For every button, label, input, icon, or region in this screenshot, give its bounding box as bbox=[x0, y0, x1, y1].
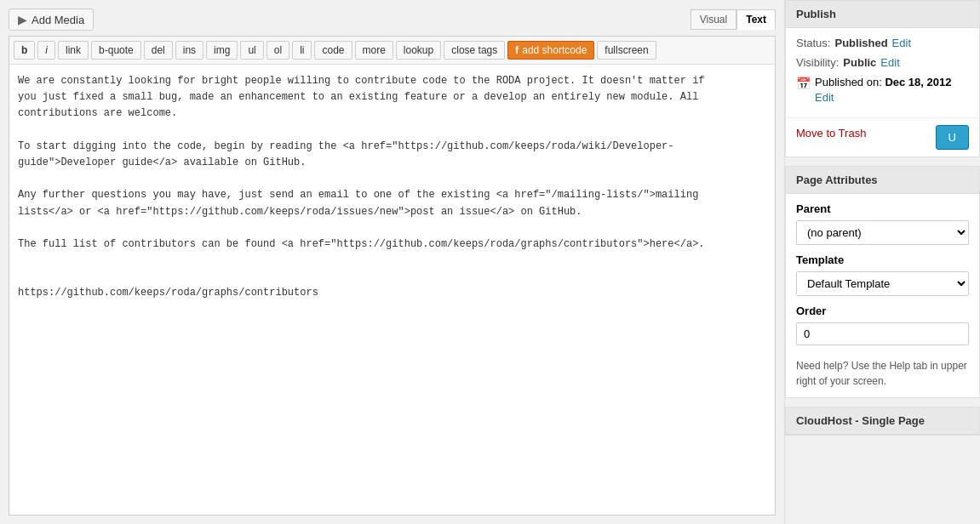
publish-header: Publish bbox=[786, 1, 979, 28]
parent-select[interactable]: (no parent) bbox=[796, 220, 969, 245]
status-label: Status: bbox=[796, 37, 830, 49]
toolbar-bold[interactable]: b bbox=[14, 41, 35, 60]
shortcode-icon: f bbox=[515, 44, 519, 56]
shortcode-label: add shortcode bbox=[522, 44, 587, 56]
page-attributes-header: Page Attributes bbox=[786, 167, 979, 194]
published-info: Published on: Dec 18, 2012 Edit bbox=[815, 76, 951, 104]
toolbar-link[interactable]: link bbox=[58, 41, 89, 60]
published-on-edit-link[interactable]: Edit bbox=[815, 91, 951, 104]
template-select[interactable]: Default Template bbox=[796, 271, 969, 296]
cloudhost-header: CloudHost - Single Page bbox=[786, 407, 979, 435]
sidebar: Publish Status: Published Edit Visibilit… bbox=[784, 0, 980, 524]
toolbar-fullscreen[interactable]: fullscreen bbox=[597, 41, 656, 60]
tab-visual[interactable]: Visual bbox=[691, 9, 736, 30]
cloudhost-section: CloudHost - Single Page bbox=[785, 407, 980, 436]
calendar-icon: 📅 bbox=[796, 77, 811, 90]
editor-toolbar: b i link b-quote del ins img ul ol li co… bbox=[9, 37, 775, 65]
editor-top-bar: ▶ Add Media Visual Text bbox=[9, 9, 776, 31]
toolbar-italic[interactable]: i bbox=[37, 41, 55, 60]
order-label: Order bbox=[796, 305, 969, 317]
editor-container: b i link b-quote del ins img ul ol li co… bbox=[9, 36, 776, 515]
add-media-button[interactable]: ▶ Add Media bbox=[9, 9, 94, 31]
update-button[interactable]: U bbox=[936, 125, 969, 150]
visibility-label: Visibility: bbox=[796, 56, 839, 69]
add-media-label: Add Media bbox=[32, 14, 84, 26]
toolbar-ul[interactable]: ul bbox=[240, 41, 263, 60]
page-attributes-section: Page Attributes Parent (no parent) Templ… bbox=[785, 166, 980, 398]
toolbar-code[interactable]: code bbox=[314, 41, 352, 60]
editor-area: ▶ Add Media Visual Text b i link b-quote… bbox=[0, 0, 784, 524]
published-on-label: Published on: bbox=[815, 76, 882, 88]
publish-actions-row: Move to Trash U bbox=[786, 117, 979, 157]
parent-label: Parent bbox=[796, 202, 969, 215]
move-to-trash-link[interactable]: Move to Trash bbox=[796, 127, 866, 140]
status-value: Published bbox=[834, 37, 887, 49]
toolbar-lookup[interactable]: lookup bbox=[396, 41, 441, 60]
toolbar-more[interactable]: more bbox=[355, 41, 393, 60]
media-icon: ▶ bbox=[18, 13, 27, 26]
toolbar-ol[interactable]: ol bbox=[266, 41, 289, 60]
publish-section: Publish Status: Published Edit Visibilit… bbox=[785, 0, 980, 157]
tab-text[interactable]: Text bbox=[736, 9, 776, 30]
toolbar-del[interactable]: del bbox=[144, 41, 173, 60]
help-text: Need help? Use the Help tab in upper rig… bbox=[796, 358, 969, 389]
content-editor[interactable]: We are constantly looking for bright peo… bbox=[9, 65, 775, 515]
page-attributes-body: Parent (no parent) Template Default Temp… bbox=[786, 194, 979, 397]
published-on-row: 📅 Published on: Dec 18, 2012 Edit bbox=[796, 76, 969, 104]
published-on-date: Dec 18, 2012 bbox=[885, 76, 951, 88]
visibility-row: Visibility: Public Edit bbox=[796, 56, 969, 69]
publish-body: Status: Published Edit Visibility: Publi… bbox=[786, 28, 979, 117]
visibility-value: Public bbox=[843, 56, 876, 69]
status-edit-link[interactable]: Edit bbox=[892, 37, 911, 49]
toolbar-add-shortcode[interactable]: f add shortcode bbox=[507, 41, 594, 60]
editor-tabs: Visual Text bbox=[691, 9, 776, 30]
status-row: Status: Published Edit bbox=[796, 37, 969, 49]
published-on-text: Published on: Dec 18, 2012 bbox=[815, 76, 951, 88]
toolbar-ins[interactable]: ins bbox=[175, 41, 203, 60]
toolbar-li[interactable]: li bbox=[292, 41, 312, 60]
toolbar-close-tags[interactable]: close tags bbox=[444, 41, 505, 60]
visibility-edit-link[interactable]: Edit bbox=[880, 56, 899, 69]
template-label: Template bbox=[796, 253, 969, 266]
toolbar-img[interactable]: img bbox=[206, 41, 238, 60]
order-input[interactable]: 0 bbox=[796, 322, 969, 345]
toolbar-bquote[interactable]: b-quote bbox=[91, 41, 141, 60]
